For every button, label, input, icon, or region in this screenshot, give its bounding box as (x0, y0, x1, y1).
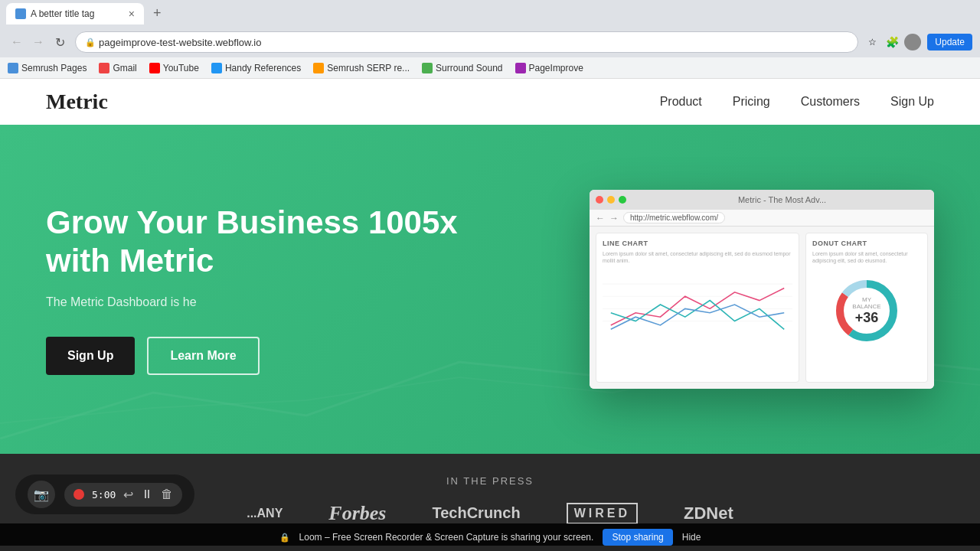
bookmark-handy-references[interactable]: Handy References (211, 63, 301, 73)
win-back-icon: ← (596, 213, 605, 223)
donut-wrapper: MY BALANCE +36 (832, 276, 901, 345)
donut-chart-text: Lorem ipsum dolor sit amet, consectetur … (812, 250, 921, 264)
bookmark-label: Surround Sound (436, 63, 502, 73)
browser-titlebar: A better title tag × + (0, 0, 980, 27)
bookmark-semrush-serp[interactable]: Semrush SERP re... (313, 63, 410, 73)
window-minimize-button[interactable] (607, 196, 615, 204)
win-forward-icon: → (609, 213, 619, 223)
press-label: IN THE PRESS (446, 475, 534, 487)
recorder-undo-button[interactable]: ↩ (123, 487, 133, 502)
tab-favicon (15, 8, 26, 19)
nav-pricing[interactable]: Pricing (733, 95, 770, 109)
browser-toolbar: ← → ↻ 🔒 pageimprove-test-website.webflow… (0, 27, 980, 57)
recording-indicator (74, 489, 84, 500)
recorder-widget: 📷 5:00 ↩ ⏸ 🗑 (15, 474, 194, 514)
back-button[interactable]: ← (8, 33, 26, 51)
lock-icon: 🔒 (85, 37, 96, 47)
bookmark-gmail[interactable]: Gmail (99, 63, 136, 73)
tab-close-icon[interactable]: × (129, 8, 135, 20)
bookmark-label: Semrush Pages (21, 63, 87, 73)
hero-buttons: Sign Up Learn More (46, 337, 490, 375)
donut-container: MY BALANCE +36 (812, 270, 921, 351)
loom-hide-button[interactable]: Hide (682, 532, 701, 543)
hero-section: Grow Your Business 1005x with Metric The… (0, 125, 980, 454)
recorder-time: 5:00 (92, 489, 116, 500)
address-bar[interactable]: 🔒 pageimprove-test-website.webflow.io (75, 31, 858, 53)
bookmark-star-icon[interactable]: ☆ (864, 34, 880, 50)
bookmark-icon (8, 63, 18, 73)
bookmark-icon (211, 63, 222, 73)
press-logo-any: ...ANY (247, 507, 283, 520)
press-logo-wired: WIRED (567, 503, 638, 524)
bookmark-icon (99, 63, 109, 73)
bookmark-label: Gmail (113, 63, 136, 73)
hero-subtitle: The Metric Dashboard is he (46, 295, 490, 309)
loom-notification-bar: 🔒 Loom – Free Screen Recorder & Screen C… (0, 523, 980, 551)
window-title: Metric - The Most Adv... (636, 195, 928, 204)
hero-learn-more-button[interactable]: Learn More (147, 337, 259, 375)
donut-center: MY BALANCE +36 (850, 296, 884, 326)
donut-label: MY BALANCE (850, 296, 884, 310)
bookmark-icon (515, 63, 526, 73)
site-logo: Metric (46, 90, 108, 114)
line-chart-panel: LINE CHART Lorem ipsum dolor sit amet, c… (596, 233, 799, 383)
update-button[interactable]: Update (927, 34, 972, 51)
dashboard-content: LINE CHART Lorem ipsum dolor sit amet, c… (590, 227, 934, 389)
site-nav: Product Pricing Customers Sign Up (660, 95, 934, 109)
donut-value: +36 (850, 310, 884, 326)
profile-icon[interactable] (904, 34, 921, 51)
window-maximize-button[interactable] (619, 196, 626, 204)
donut-chart-panel: DONUT CHART Lorem ipsum dolor sit amet, … (805, 233, 928, 383)
loom-message: Loom – Free Screen Recorder & Screen Cap… (299, 532, 594, 543)
bookmark-icon (422, 63, 433, 73)
hero-signup-button[interactable]: Sign Up (46, 337, 135, 375)
win-url-text: http://metric.webflow.com/ (623, 212, 725, 223)
bookmark-surround-sound[interactable]: Surround Sound (422, 63, 502, 73)
press-logo-forbes: Forbes (328, 502, 386, 525)
recorder-pause-button[interactable]: ⏸ (141, 487, 153, 501)
window-close-button[interactable] (596, 196, 603, 204)
nav-buttons: ← → ↻ (8, 33, 69, 51)
bookmark-semrush-pages[interactable]: Semrush Pages (8, 63, 87, 73)
refresh-button[interactable]: ↻ (51, 33, 69, 51)
url-text: pageimprove-test-website.webflow.io (99, 37, 261, 48)
bookmark-label: Semrush SERP re... (327, 63, 410, 73)
loom-stop-sharing-button[interactable]: Stop sharing (603, 529, 672, 546)
hero-title: Grow Your Business 1005x with Metric (46, 204, 490, 281)
nav-customers[interactable]: Customers (801, 95, 860, 109)
browser-chrome: A better title tag × + ← → ↻ 🔒 pageimpro… (0, 0, 980, 57)
line-chart-text: Lorem ipsum dolor sit amet, consectetur … (603, 250, 792, 264)
bookmarks-bar: Semrush Pages Gmail YouTube Handy Refere… (0, 57, 980, 79)
hero-image: Metric - The Most Adv... ← → http://metr… (490, 190, 934, 389)
bookmark-label: PageImprove (529, 63, 583, 73)
hero-content: Grow Your Business 1005x with Metric The… (46, 204, 490, 376)
loom-lock-icon: 🔒 (279, 533, 290, 543)
recorder-controls: 5:00 ↩ ⏸ 🗑 (64, 483, 182, 507)
donut-chart-title: DONUT CHART (812, 240, 921, 247)
line-chart-svg (603, 270, 792, 339)
camera-icon: 📷 (34, 487, 49, 502)
new-tab-button[interactable]: + (153, 5, 162, 21)
extension-puzzle-icon[interactable]: 🧩 (884, 34, 900, 50)
dashboard-window: Metric - The Most Adv... ← → http://metr… (590, 190, 934, 389)
nav-product[interactable]: Product (660, 95, 702, 109)
press-logo-zdnet: ZDNet (684, 504, 733, 523)
bookmark-label: Handy References (225, 63, 301, 73)
bookmark-youtube[interactable]: YouTube (149, 63, 199, 73)
recorder-stop-button[interactable]: 🗑 (161, 487, 173, 501)
site-header: Metric Product Pricing Customers Sign Up (0, 79, 980, 125)
window-addressbar: ← → http://metric.webflow.com/ (590, 210, 934, 227)
forward-button[interactable]: → (29, 33, 47, 51)
bookmark-icon (149, 63, 160, 73)
press-logos: ...ANY Forbes TechCrunch WIRED ZDNet (247, 502, 733, 525)
window-titlebar: Metric - The Most Adv... (590, 190, 934, 210)
bookmark-label: YouTube (163, 63, 199, 73)
tab-title: A better title tag (31, 8, 124, 19)
nav-signup[interactable]: Sign Up (890, 95, 934, 109)
recorder-camera-button[interactable]: 📷 (28, 481, 55, 508)
line-chart-title: LINE CHART (603, 240, 792, 247)
toolbar-icons: ☆ 🧩 (864, 34, 921, 51)
browser-tab[interactable]: A better title tag × (6, 3, 144, 24)
bookmark-pageimprove[interactable]: PageImprove (515, 63, 583, 73)
bookmark-icon (313, 63, 324, 73)
